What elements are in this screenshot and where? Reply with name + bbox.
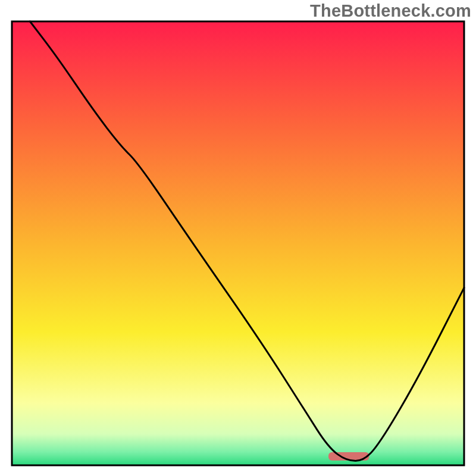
- chart-gradient-bg: [12, 21, 464, 465]
- bottleneck-chart: [0, 0, 476, 476]
- chart-container: TheBottleneck.com: [0, 0, 476, 476]
- watermark-text: TheBottleneck.com: [310, 1, 471, 21]
